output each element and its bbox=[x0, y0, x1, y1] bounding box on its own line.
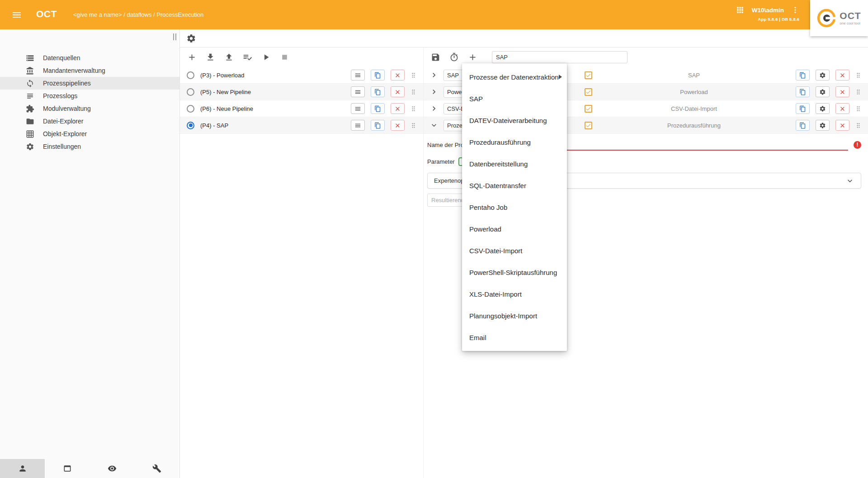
step-copy-button[interactable] bbox=[796, 120, 810, 131]
pipeline-copy-button[interactable] bbox=[371, 86, 385, 97]
pipeline-row[interactable]: (P3) - Powerload bbox=[180, 67, 423, 84]
menu-item-csv-datei-import[interactable]: CSV-Datei-Import bbox=[462, 240, 567, 261]
tab-tools-view[interactable] bbox=[135, 459, 179, 478]
step-enabled-checkbox[interactable] bbox=[585, 71, 592, 79]
pipeline-delete-button[interactable] bbox=[391, 120, 405, 131]
drag-handle-icon[interactable] bbox=[855, 122, 862, 129]
pipeline-delete-button[interactable] bbox=[391, 86, 405, 97]
tab-operator-view[interactable] bbox=[0, 459, 45, 478]
pipeline-log-button[interactable] bbox=[351, 86, 365, 97]
settings-gear-button[interactable] bbox=[186, 33, 196, 43]
menu-item-powerload[interactable]: Powerload bbox=[462, 218, 567, 240]
step-delete-button[interactable] bbox=[835, 86, 849, 97]
step-settings-button[interactable] bbox=[816, 86, 830, 97]
storage-icon bbox=[26, 54, 34, 62]
pipeline-copy-button[interactable] bbox=[371, 103, 385, 114]
menu-item-datenbereitstellung[interactable]: Datenbereitstellung bbox=[462, 153, 567, 175]
pipeline-radio[interactable] bbox=[187, 105, 194, 113]
step-type-label: CSV-Datei-Import bbox=[592, 105, 796, 112]
step-copy-button[interactable] bbox=[796, 70, 810, 80]
playlist-check-button[interactable] bbox=[243, 52, 252, 62]
menu-item-datev-dateiverarbeitung[interactable]: DATEV-Dateiverarbeitung bbox=[462, 109, 567, 131]
sidebar-item-datenquellen[interactable]: Datenquellen bbox=[0, 52, 179, 64]
sidebar-item-label: Prozesspipelines bbox=[43, 80, 91, 87]
save-button[interactable] bbox=[431, 52, 440, 62]
kebab-menu-icon[interactable] bbox=[791, 6, 799, 14]
drag-handle-icon[interactable] bbox=[855, 105, 862, 113]
pipeline-row-selected[interactable]: (P4) - SAP bbox=[180, 117, 423, 134]
hamburger-menu-icon[interactable] bbox=[11, 9, 22, 20]
pipelines-sync-icon bbox=[26, 79, 34, 88]
menu-item-xls-datei-import[interactable]: XLS-Datei-Import bbox=[462, 283, 567, 305]
run-pipeline-button[interactable] bbox=[261, 52, 271, 62]
pipeline-delete-button[interactable] bbox=[391, 103, 405, 114]
error-icon: ! bbox=[854, 141, 861, 149]
pipeline-log-button[interactable] bbox=[351, 103, 365, 114]
chevron-right-icon[interactable] bbox=[428, 69, 440, 81]
pipeline-copy-button[interactable] bbox=[371, 120, 385, 131]
pipeline-radio[interactable] bbox=[187, 71, 194, 79]
step-enabled-checkbox[interactable] bbox=[585, 122, 592, 129]
sidebar-item-label: Einstellungen bbox=[43, 143, 81, 150]
user-name[interactable]: W10\admin bbox=[752, 7, 784, 14]
drag-handle-icon[interactable] bbox=[855, 71, 862, 79]
step-settings-button[interactable] bbox=[816, 103, 830, 114]
menu-item-sql-datentransfer[interactable]: SQL-Datentransfer bbox=[462, 175, 567, 196]
sidebar-item-modulverwaltung[interactable]: Modulverwaltung bbox=[0, 102, 179, 115]
step-settings-button[interactable] bbox=[816, 120, 830, 131]
apps-grid-icon[interactable] bbox=[736, 5, 745, 14]
pipeline-row[interactable]: (P6) - Neue Pipeline bbox=[180, 100, 423, 117]
drag-handle-icon[interactable] bbox=[410, 88, 417, 96]
menu-item-planungsobjekt-import[interactable]: Planungsobjekt-Import bbox=[462, 305, 567, 327]
menu-item-prozedurausfuehrung[interactable]: Prozedurausführung bbox=[462, 131, 567, 153]
menu-item-sap[interactable]: SAP bbox=[462, 88, 567, 109]
pipeline-radio[interactable] bbox=[187, 88, 194, 96]
menu-item-pentaho-job[interactable]: Pentaho Job bbox=[462, 196, 567, 218]
step-copy-button[interactable] bbox=[796, 103, 810, 114]
drag-handle-icon[interactable] bbox=[410, 105, 417, 113]
pipeline-log-button[interactable] bbox=[351, 70, 365, 80]
step-delete-button[interactable] bbox=[835, 103, 849, 114]
drag-handle-icon[interactable] bbox=[410, 122, 417, 129]
drag-handle-icon[interactable] bbox=[855, 88, 862, 96]
stop-pipeline-button[interactable] bbox=[280, 52, 289, 62]
main-toolbar bbox=[180, 29, 868, 47]
chevron-right-icon[interactable] bbox=[428, 86, 440, 98]
panel-resize-handle[interactable] bbox=[173, 33, 176, 40]
chevron-down-icon[interactable] bbox=[428, 119, 440, 131]
sidebar-item-einstellungen[interactable]: Einstellungen bbox=[0, 140, 179, 153]
step-delete-button[interactable] bbox=[835, 70, 849, 80]
pipeline-delete-button[interactable] bbox=[391, 70, 405, 80]
sidebar-item-objekt-explorer[interactable]: Objekt-Explorer bbox=[0, 128, 179, 140]
step-type-label: SAP bbox=[592, 72, 796, 79]
sidebar-item-datei-explorer[interactable]: Datei-Explorer bbox=[0, 115, 179, 128]
export-upload-button[interactable] bbox=[224, 52, 234, 62]
pipeline-radio-selected[interactable] bbox=[187, 122, 194, 129]
sidebar-item-prozesslogs[interactable]: Prozesslogs bbox=[0, 90, 179, 102]
menu-item-email[interactable]: Email bbox=[462, 327, 567, 348]
step-settings-button[interactable] bbox=[816, 70, 830, 80]
logs-icon bbox=[26, 92, 34, 100]
import-download-button[interactable] bbox=[206, 52, 215, 62]
tab-layout-view[interactable] bbox=[45, 459, 90, 478]
pipeline-log-button[interactable] bbox=[351, 120, 365, 131]
pipeline-row[interactable]: (P5) - New Pipeline bbox=[180, 84, 423, 100]
drag-handle-icon[interactable] bbox=[410, 71, 417, 79]
sidebar-item-label: Mandantenverwaltung bbox=[43, 67, 105, 74]
menu-item-prozesse-der-datenextraktion[interactable]: Prozesse der Datenextraktion bbox=[462, 66, 567, 88]
settings-gear-icon bbox=[26, 142, 34, 151]
pipeline-name-input[interactable] bbox=[492, 51, 627, 63]
step-enabled-checkbox[interactable] bbox=[585, 105, 592, 113]
step-enabled-checkbox[interactable] bbox=[585, 88, 592, 96]
sidebar-item-mandantenverwaltung[interactable]: Mandantenverwaltung bbox=[0, 64, 179, 77]
add-step-button[interactable] bbox=[468, 52, 477, 62]
tab-preview-view[interactable] bbox=[90, 459, 135, 478]
pipeline-copy-button[interactable] bbox=[371, 70, 385, 80]
chevron-right-icon[interactable] bbox=[428, 103, 440, 114]
step-copy-button[interactable] bbox=[796, 86, 810, 97]
menu-item-powershell-skriptausfuehrung[interactable]: PowerShell-Skriptausführung bbox=[462, 261, 567, 283]
step-delete-button[interactable] bbox=[835, 120, 849, 131]
schedule-timer-button[interactable] bbox=[449, 52, 459, 62]
sidebar-item-prozesspipelines[interactable]: Prozesspipelines bbox=[0, 77, 179, 90]
add-pipeline-button[interactable] bbox=[187, 52, 197, 62]
